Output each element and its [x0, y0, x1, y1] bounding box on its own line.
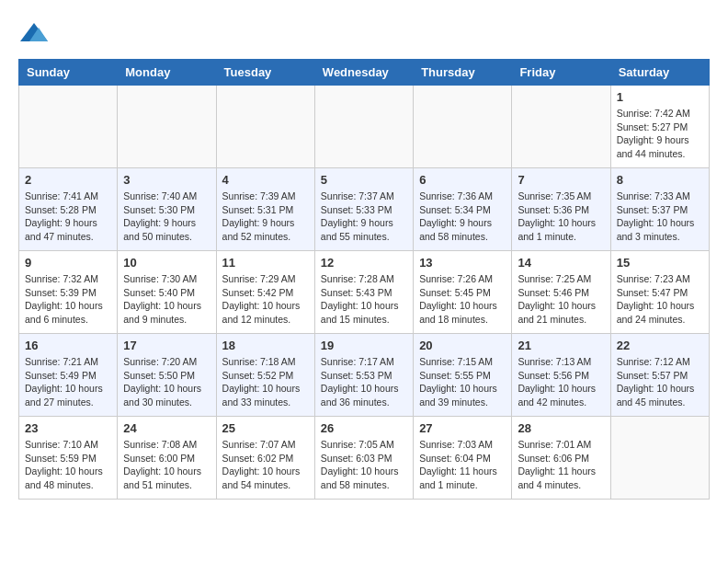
calendar-table: SundayMondayTuesdayWednesdayThursdayFrid… — [18, 59, 710, 500]
day-number: 16 — [25, 339, 111, 352]
day-number: 15 — [617, 256, 703, 270]
day-number: 19 — [321, 339, 407, 352]
day-info: Sunrise: 7:35 AM Sunset: 5:36 PM Dayligh… — [518, 190, 604, 244]
weekday-header-wednesday: Wednesday — [314, 60, 413, 86]
calendar-cell: 7Sunrise: 7:35 AM Sunset: 5:36 PM Daylig… — [512, 168, 610, 251]
calendar-cell — [19, 86, 118, 168]
day-number: 26 — [321, 421, 407, 435]
day-number: 4 — [222, 173, 309, 187]
day-info: Sunrise: 7:32 AM Sunset: 5:39 PM Dayligh… — [25, 272, 111, 327]
weekday-header-saturday: Saturday — [610, 60, 709, 86]
calendar-cell: 13Sunrise: 7:26 AM Sunset: 5:45 PM Dayli… — [414, 251, 512, 334]
calendar-cell: 14Sunrise: 7:25 AM Sunset: 5:46 PM Dayli… — [512, 251, 610, 334]
day-info: Sunrise: 7:08 AM Sunset: 6:00 PM Dayligh… — [123, 438, 210, 492]
calendar-cell: 2Sunrise: 7:41 AM Sunset: 5:28 PM Daylig… — [19, 168, 118, 251]
logo-icon — [20, 18, 48, 46]
page-header — [18, 18, 710, 50]
calendar-cell: 18Sunrise: 7:18 AM Sunset: 5:52 PM Dayli… — [216, 334, 314, 417]
calendar-cell — [216, 86, 314, 168]
calendar-week-row: 23Sunrise: 7:10 AM Sunset: 5:59 PM Dayli… — [19, 417, 710, 500]
day-info: Sunrise: 7:39 AM Sunset: 5:31 PM Dayligh… — [222, 190, 309, 244]
calendar-cell: 22Sunrise: 7:12 AM Sunset: 5:57 PM Dayli… — [610, 334, 709, 417]
day-number: 1 — [617, 90, 703, 104]
day-number: 2 — [25, 173, 111, 187]
day-info: Sunrise: 7:07 AM Sunset: 6:02 PM Dayligh… — [222, 438, 309, 492]
day-number: 24 — [123, 421, 210, 435]
day-number: 5 — [321, 173, 407, 187]
calendar-cell — [118, 86, 216, 168]
calendar-cell: 4Sunrise: 7:39 AM Sunset: 5:31 PM Daylig… — [216, 168, 314, 251]
calendar-cell: 1Sunrise: 7:42 AM Sunset: 5:27 PM Daylig… — [610, 86, 709, 168]
day-info: Sunrise: 7:21 AM Sunset: 5:49 PM Dayligh… — [25, 355, 111, 409]
day-info: Sunrise: 7:25 AM Sunset: 5:46 PM Dayligh… — [518, 272, 604, 327]
calendar-cell: 24Sunrise: 7:08 AM Sunset: 6:00 PM Dayli… — [118, 417, 216, 500]
day-info: Sunrise: 7:15 AM Sunset: 5:55 PM Dayligh… — [419, 355, 506, 409]
calendar-week-row: 1Sunrise: 7:42 AM Sunset: 5:27 PM Daylig… — [19, 86, 710, 168]
calendar-cell: 17Sunrise: 7:20 AM Sunset: 5:50 PM Dayli… — [118, 334, 216, 417]
day-info: Sunrise: 7:12 AM Sunset: 5:57 PM Dayligh… — [617, 355, 703, 409]
day-info: Sunrise: 7:10 AM Sunset: 5:59 PM Dayligh… — [25, 438, 111, 492]
calendar-cell: 23Sunrise: 7:10 AM Sunset: 5:59 PM Dayli… — [19, 417, 118, 500]
calendar-cell: 6Sunrise: 7:36 AM Sunset: 5:34 PM Daylig… — [414, 168, 512, 251]
day-info: Sunrise: 7:26 AM Sunset: 5:45 PM Dayligh… — [419, 272, 506, 327]
day-info: Sunrise: 7:36 AM Sunset: 5:34 PM Dayligh… — [419, 190, 506, 244]
day-number: 8 — [617, 173, 703, 187]
day-number: 10 — [123, 256, 210, 270]
calendar-cell: 26Sunrise: 7:05 AM Sunset: 6:03 PM Dayli… — [314, 417, 413, 500]
day-info: Sunrise: 7:05 AM Sunset: 6:03 PM Dayligh… — [321, 438, 407, 492]
day-number: 28 — [518, 421, 604, 435]
day-number: 6 — [419, 173, 506, 187]
day-number: 21 — [518, 339, 604, 352]
day-number: 9 — [25, 256, 111, 270]
calendar-header-row: SundayMondayTuesdayWednesdayThursdayFrid… — [19, 60, 710, 86]
day-number: 25 — [222, 421, 309, 435]
logo — [18, 18, 48, 50]
weekday-header-sunday: Sunday — [19, 60, 118, 86]
calendar-cell: 16Sunrise: 7:21 AM Sunset: 5:49 PM Dayli… — [19, 334, 118, 417]
day-number: 23 — [25, 421, 111, 435]
calendar-cell: 11Sunrise: 7:29 AM Sunset: 5:42 PM Dayli… — [216, 251, 314, 334]
weekday-header-thursday: Thursday — [414, 60, 512, 86]
weekday-header-monday: Monday — [118, 60, 216, 86]
calendar-week-row: 2Sunrise: 7:41 AM Sunset: 5:28 PM Daylig… — [19, 168, 710, 251]
day-number: 13 — [419, 256, 506, 270]
day-info: Sunrise: 7:40 AM Sunset: 5:30 PM Dayligh… — [123, 190, 210, 244]
calendar-week-row: 9Sunrise: 7:32 AM Sunset: 5:39 PM Daylig… — [19, 251, 710, 334]
day-number: 7 — [518, 173, 604, 187]
calendar-cell: 12Sunrise: 7:28 AM Sunset: 5:43 PM Dayli… — [314, 251, 413, 334]
calendar-cell: 27Sunrise: 7:03 AM Sunset: 6:04 PM Dayli… — [414, 417, 512, 500]
day-info: Sunrise: 7:41 AM Sunset: 5:28 PM Dayligh… — [25, 190, 111, 244]
day-info: Sunrise: 7:28 AM Sunset: 5:43 PM Dayligh… — [321, 272, 407, 327]
day-info: Sunrise: 7:23 AM Sunset: 5:47 PM Dayligh… — [617, 272, 703, 327]
day-info: Sunrise: 7:17 AM Sunset: 5:53 PM Dayligh… — [321, 355, 407, 409]
day-info: Sunrise: 7:20 AM Sunset: 5:50 PM Dayligh… — [123, 355, 210, 409]
calendar-cell — [314, 86, 413, 168]
weekday-header-tuesday: Tuesday — [216, 60, 314, 86]
calendar-cell: 9Sunrise: 7:32 AM Sunset: 5:39 PM Daylig… — [19, 251, 118, 334]
day-number: 14 — [518, 256, 604, 270]
calendar-cell: 10Sunrise: 7:30 AM Sunset: 5:40 PM Dayli… — [118, 251, 216, 334]
calendar-week-row: 16Sunrise: 7:21 AM Sunset: 5:49 PM Dayli… — [19, 334, 710, 417]
calendar-cell: 5Sunrise: 7:37 AM Sunset: 5:33 PM Daylig… — [314, 168, 413, 251]
calendar-cell — [512, 86, 610, 168]
day-number: 18 — [222, 339, 309, 352]
day-info: Sunrise: 7:33 AM Sunset: 5:37 PM Dayligh… — [617, 190, 703, 244]
day-info: Sunrise: 7:37 AM Sunset: 5:33 PM Dayligh… — [321, 190, 407, 244]
day-info: Sunrise: 7:29 AM Sunset: 5:42 PM Dayligh… — [222, 272, 309, 327]
calendar-cell: 15Sunrise: 7:23 AM Sunset: 5:47 PM Dayli… — [610, 251, 709, 334]
day-number: 17 — [123, 339, 210, 352]
day-info: Sunrise: 7:18 AM Sunset: 5:52 PM Dayligh… — [222, 355, 309, 409]
day-info: Sunrise: 7:03 AM Sunset: 6:04 PM Dayligh… — [419, 438, 506, 492]
day-number: 20 — [419, 339, 506, 352]
day-info: Sunrise: 7:30 AM Sunset: 5:40 PM Dayligh… — [123, 272, 210, 327]
calendar-cell: 28Sunrise: 7:01 AM Sunset: 6:06 PM Dayli… — [512, 417, 610, 500]
calendar-cell: 3Sunrise: 7:40 AM Sunset: 5:30 PM Daylig… — [118, 168, 216, 251]
calendar-cell: 25Sunrise: 7:07 AM Sunset: 6:02 PM Dayli… — [216, 417, 314, 500]
calendar-cell — [414, 86, 512, 168]
day-number: 27 — [419, 421, 506, 435]
calendar-cell: 21Sunrise: 7:13 AM Sunset: 5:56 PM Dayli… — [512, 334, 610, 417]
day-number: 22 — [617, 339, 703, 352]
day-info: Sunrise: 7:13 AM Sunset: 5:56 PM Dayligh… — [518, 355, 604, 409]
calendar-cell: 20Sunrise: 7:15 AM Sunset: 5:55 PM Dayli… — [414, 334, 512, 417]
calendar-cell — [610, 417, 709, 500]
